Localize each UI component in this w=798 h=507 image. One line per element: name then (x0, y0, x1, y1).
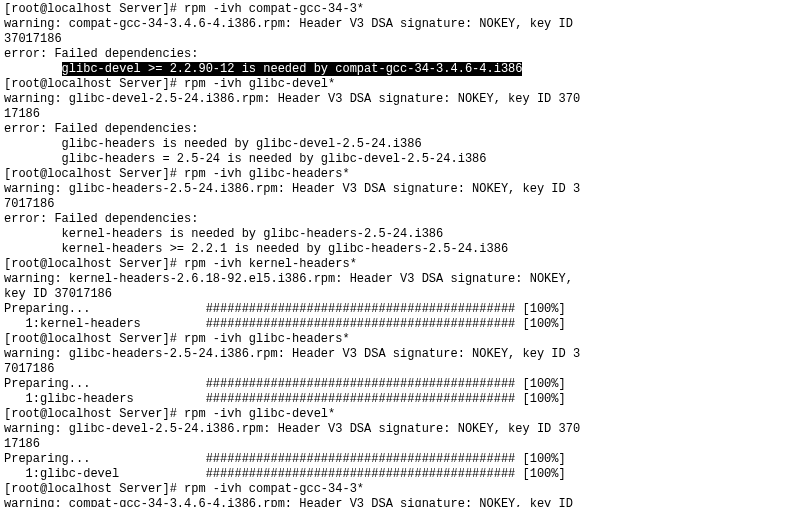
preparing-line: Preparing... ###########################… (4, 302, 794, 317)
terminal-line: [root@localhost Server]# rpm -ivh glibc-… (4, 77, 794, 92)
prompt[interactable]: [root@localhost Server]# (4, 2, 177, 16)
package-progress: 1:kernel-headers #######################… (4, 317, 794, 332)
terminal-line: [root@localhost Server]# rpm -ivh glibc-… (4, 407, 794, 422)
prompt[interactable]: [root@localhost Server]# (4, 257, 177, 271)
dependency-line: glibc-headers = 2.5-24 is needed by glib… (4, 152, 794, 167)
warning-line: 7017186 (4, 362, 794, 377)
warning-line: 37017186 (4, 32, 794, 47)
prompt[interactable]: [root@localhost Server]# (4, 332, 177, 346)
package-progress: 1:glibc-headers ########################… (4, 392, 794, 407)
dependency-line: glibc-headers is needed by glibc-devel-2… (4, 137, 794, 152)
preparing-line: Preparing... ###########################… (4, 377, 794, 392)
command-text: rpm -ivh glibc-headers* (184, 332, 350, 346)
prompt[interactable]: [root@localhost Server]# (4, 407, 177, 421)
warning-line: key ID 37017186 (4, 287, 794, 302)
command-text: rpm -ivh glibc-devel* (184, 407, 335, 421)
warning-line: 17186 (4, 107, 794, 122)
warning-line: warning: glibc-headers-2.5-24.i386.rpm: … (4, 347, 794, 362)
error-line: error: Failed dependencies: (4, 47, 794, 62)
command-text: rpm -ivh glibc-headers* (184, 167, 350, 181)
terminal-line: [root@localhost Server]# rpm -ivh glibc-… (4, 332, 794, 347)
prompt[interactable]: [root@localhost Server]# (4, 167, 177, 181)
warning-line: 17186 (4, 437, 794, 452)
highlighted-dependency: glibc-devel >= 2.2.90-12 is needed by co… (62, 62, 523, 76)
warning-line: 7017186 (4, 197, 794, 212)
command-text: rpm -ivh compat-gcc-34-3* (184, 2, 364, 16)
warning-line: warning: glibc-headers-2.5-24.i386.rpm: … (4, 182, 794, 197)
preparing-line: Preparing... ###########################… (4, 452, 794, 467)
warning-line: warning: compat-gcc-34-3.4.6-4.i386.rpm:… (4, 17, 794, 32)
command-text: rpm -ivh kernel-headers* (184, 257, 357, 271)
warning-line: warning: glibc-devel-2.5-24.i386.rpm: He… (4, 422, 794, 437)
prompt[interactable]: [root@localhost Server]# (4, 77, 177, 91)
terminal-line: [root@localhost Server]# rpm -ivh compat… (4, 2, 794, 17)
prompt[interactable]: [root@localhost Server]# (4, 482, 177, 496)
package-progress: 1:glibc-devel ##########################… (4, 467, 794, 482)
terminal-line: [root@localhost Server]# rpm -ivh kernel… (4, 257, 794, 272)
warning-line: warning: compat-gcc-34-3.4.6-4.i386.rpm:… (4, 497, 794, 507)
error-line: error: Failed dependencies: (4, 212, 794, 227)
command-text: rpm -ivh glibc-devel* (184, 77, 335, 91)
dependency-line: kernel-headers >= 2.2.1 is needed by gli… (4, 242, 794, 257)
indent (4, 62, 62, 76)
dependency-line: kernel-headers is needed by glibc-header… (4, 227, 794, 242)
dependency-line: glibc-devel >= 2.2.90-12 is needed by co… (4, 62, 794, 77)
warning-line: warning: kernel-headers-2.6.18-92.el5.i3… (4, 272, 794, 287)
terminal-line: [root@localhost Server]# rpm -ivh glibc-… (4, 167, 794, 182)
terminal-line: [root@localhost Server]# rpm -ivh compat… (4, 482, 794, 497)
warning-line: warning: glibc-devel-2.5-24.i386.rpm: He… (4, 92, 794, 107)
error-line: error: Failed dependencies: (4, 122, 794, 137)
command-text: rpm -ivh compat-gcc-34-3* (184, 482, 364, 496)
